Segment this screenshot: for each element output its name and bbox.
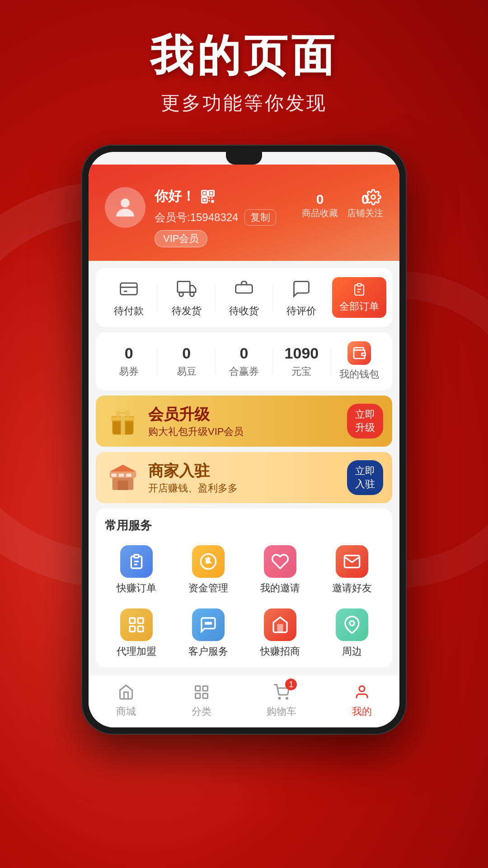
svg-rect-51: [203, 686, 208, 691]
svg-point-54: [279, 698, 280, 699]
banner-merchant-desc: 开店赚钱、盈利多多: [148, 481, 340, 495]
service-label-6: 快赚招商: [260, 645, 300, 658]
service-item-6[interactable]: 快赚招商: [244, 604, 316, 663]
svg-point-47: [210, 623, 211, 624]
svg-text:¥: ¥: [206, 558, 210, 565]
wallet-card: 0 易券 0 易豆 0 合赢券: [96, 332, 392, 390]
phone-screen: 你好！: [89, 152, 399, 727]
service-label-7: 周边: [342, 645, 362, 658]
service-label-3: 邀请好友: [332, 581, 372, 595]
nav-label-home: 商城: [116, 705, 136, 718]
order-label-pending-receive: 待收货: [229, 304, 259, 318]
svg-rect-32: [126, 473, 131, 476]
service-item-4[interactable]: 代理加盟: [100, 604, 172, 663]
svg-rect-10: [209, 200, 210, 201]
nav-item-home[interactable]: 商城: [116, 682, 136, 718]
orders-card: 待付款: [96, 268, 392, 327]
service-item-2[interactable]: 我的邀请: [244, 541, 316, 599]
wallet-item-beans[interactable]: 0 易豆: [158, 344, 215, 378]
banner-vip-button[interactable]: 立即升级: [347, 404, 383, 439]
svg-rect-53: [203, 693, 208, 698]
order-item-pending-receive[interactable]: 待收货: [216, 277, 272, 318]
svg-rect-31: [119, 473, 124, 476]
stat-item-favorites[interactable]: 0 商品收藏: [302, 192, 338, 219]
svg-point-49: [350, 621, 354, 626]
wallet-icon-item[interactable]: 我的钱包: [331, 341, 388, 381]
phone-wrapper: 你好！: [81, 145, 407, 735]
wallet-item-heying[interactable]: 0 合赢券: [216, 344, 272, 378]
qr-icon[interactable]: [200, 189, 216, 205]
svg-rect-43: [130, 627, 135, 632]
banner-vip-desc: 购大礼包升级VIP会员: [148, 425, 340, 439]
cart-badge: 1: [285, 679, 297, 690]
settings-icon[interactable]: [363, 187, 383, 207]
services-grid: 快赚订单 ¥: [100, 541, 388, 663]
nav-label-mine: 我的: [352, 705, 372, 718]
service-label-5: 客户服务: [188, 645, 228, 658]
svg-rect-3: [203, 192, 206, 194]
svg-point-16: [179, 292, 183, 296]
service-label-0: 快赚订单: [117, 581, 156, 595]
avatar[interactable]: [105, 187, 145, 228]
svg-point-0: [371, 195, 375, 199]
wallet-item-coupon[interactable]: 0 易券: [100, 344, 157, 378]
phone-outer: 你好！: [81, 145, 407, 735]
svg-point-1: [121, 198, 130, 208]
order-label-pending-review: 待评价: [286, 304, 316, 318]
banner-merchant[interactable]: 商家入驻 开店赚钱、盈利多多 立即入驻: [96, 452, 392, 503]
copy-button[interactable]: 复制: [244, 209, 276, 226]
svg-rect-48: [278, 625, 282, 632]
svg-point-17: [190, 292, 194, 296]
services-title: 常用服务: [100, 518, 388, 541]
order-item-pending-review[interactable]: 待评价: [273, 277, 330, 318]
service-label-1: 资金管理: [188, 581, 228, 595]
banner-merchant-title: 商家入驻: [148, 461, 340, 481]
service-item-7[interactable]: 周边: [316, 604, 388, 663]
svg-rect-50: [195, 686, 200, 691]
svg-rect-12: [121, 283, 137, 295]
nav-label-cart: 购物车: [267, 705, 296, 718]
svg-point-46: [207, 623, 209, 624]
order-item-pending-ship[interactable]: 待发货: [158, 277, 215, 318]
bottom-nav: 商城 分类: [89, 675, 399, 727]
service-item-1[interactable]: ¥ 资金管理: [172, 541, 244, 599]
profile-header: 你好！: [89, 165, 399, 261]
order-item-all[interactable]: 全部订单: [331, 277, 388, 318]
svg-rect-44: [138, 627, 143, 632]
svg-rect-42: [138, 618, 143, 623]
service-item-3[interactable]: 邀请好友: [316, 541, 388, 599]
nav-item-cart[interactable]: 1 购物车: [267, 682, 296, 718]
service-item-0[interactable]: 快赚订单: [100, 541, 172, 599]
profile-greeting: 你好！: [155, 187, 195, 206]
svg-rect-9: [211, 197, 213, 198]
svg-rect-19: [357, 283, 361, 286]
service-item-5[interactable]: 客户服务: [172, 604, 244, 663]
svg-rect-15: [177, 282, 190, 292]
nav-item-category[interactable]: 分类: [192, 682, 211, 718]
svg-rect-29: [117, 481, 128, 490]
svg-rect-5: [210, 192, 213, 194]
service-label-2: 我的邀请: [260, 581, 300, 595]
svg-point-45: [205, 623, 206, 624]
member-id: 会员号:15948324: [155, 210, 238, 225]
nav-label-category: 分类: [192, 705, 211, 718]
svg-rect-30: [111, 473, 117, 476]
order-label-pending-payment: 待付款: [114, 304, 144, 318]
wallet-label: 我的钱包: [339, 368, 379, 381]
wallet-item-yuanbao[interactable]: 1090 元宝: [273, 344, 330, 378]
svg-rect-11: [211, 200, 214, 203]
svg-rect-8: [209, 197, 210, 198]
vip-badge: VIP会员: [155, 230, 207, 247]
svg-rect-52: [195, 693, 200, 698]
banner-vip[interactable]: 会员升级 购大礼包升级VIP会员 立即升级: [96, 396, 392, 447]
page-title-sub: 更多功能等你发现: [0, 90, 488, 116]
all-orders-label: 全部订单: [339, 300, 379, 313]
service-label-4: 代理加盟: [117, 645, 156, 658]
nav-item-mine[interactable]: 我的: [352, 682, 372, 718]
banner-merchant-button[interactable]: 立即入驻: [347, 460, 383, 495]
svg-rect-7: [203, 198, 206, 201]
svg-rect-34: [134, 555, 139, 558]
banner-vip-title: 会员升级: [148, 404, 340, 425]
page-title-area: 我的页面 更多功能等你发现: [0, 27, 488, 116]
order-item-pending-payment[interactable]: 待付款: [100, 277, 157, 318]
